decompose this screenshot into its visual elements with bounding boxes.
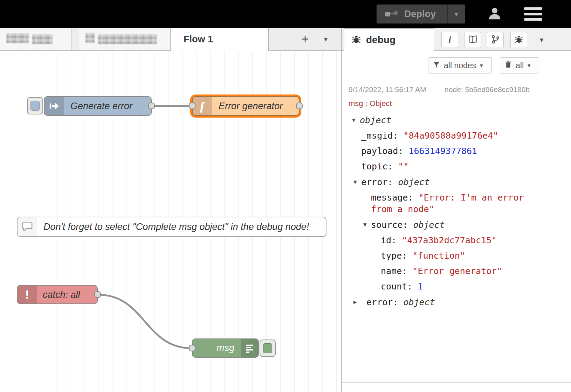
sidebar-footer (342, 382, 571, 392)
tree-row: type:function (349, 250, 550, 261)
book-icon (468, 35, 477, 46)
node-label: Error generator (219, 101, 283, 112)
node-comment[interactable]: Don't forget to select "Complete msg obj… (17, 217, 326, 237)
output-port[interactable] (94, 291, 101, 298)
sidebar-panel: debug i (341, 28, 571, 392)
redacted-label (98, 34, 157, 44)
redacted-label (85, 33, 95, 43)
node-function-error-generator[interactable]: ƒ Error generator (192, 96, 300, 116)
redacted-label (32, 34, 53, 44)
debug-tab-button[interactable] (510, 32, 527, 48)
flow-tabbar: Flow 1 + ▾ (0, 28, 341, 51)
input-port[interactable] (189, 103, 195, 109)
tree-row: name:Error generator (349, 265, 550, 277)
value-object: object (413, 220, 445, 230)
hamburger-icon (524, 7, 542, 10)
flow-tab-redacted-2[interactable] (79, 28, 171, 50)
node-catch-all[interactable]: ! catch: all (17, 285, 98, 304)
tree-row: id:437a3b2dc77abc15 (349, 234, 550, 246)
debug-toggle-face (263, 343, 272, 353)
value-object: object (360, 115, 391, 125)
help-tab-button[interactable] (464, 32, 481, 48)
flow-tab-redacted-1[interactable] (0, 28, 72, 50)
node-label: catch: all (43, 289, 80, 300)
debug-message-list: 9/14/2022, 11:56:17 AM node: 5b5ed96e8cc… (342, 80, 571, 382)
info-tab-button[interactable]: i (441, 32, 458, 48)
main-menu-button[interactable] (524, 7, 542, 21)
collapse-caret-icon[interactable]: ▾ (353, 176, 361, 188)
key: name: (381, 266, 412, 276)
tree-row: ▾object (349, 114, 550, 126)
deploy-options-caret-icon[interactable]: ▾ (447, 5, 465, 23)
inject-trigger-button-face (30, 101, 40, 111)
deploy-button[interactable]: Deploy ▾ (377, 5, 465, 23)
tree-row: ▸_error:object (349, 296, 550, 308)
tree-row: message:Error: I'm an error from a node (349, 192, 550, 215)
git-branch-tab-button[interactable] (487, 32, 504, 48)
filter-funnel-icon (433, 61, 440, 70)
output-port[interactable] (296, 103, 303, 109)
value-string (398, 161, 408, 172)
value-number: 1 (418, 281, 423, 292)
message-node-id: node: 5b5ed96e8cc9180b (445, 85, 530, 94)
value-object: object (403, 297, 435, 307)
tree-row: payload:1663149377861 (349, 145, 550, 157)
redacted-label (6, 33, 29, 43)
node-inject-generate-error[interactable]: Generate error (44, 96, 152, 116)
key: message: (371, 192, 418, 203)
filter-nodes-button[interactable]: all nodes ▾ (428, 57, 492, 74)
key: source: (371, 220, 413, 230)
value-string: Error generator (412, 266, 502, 276)
bug-icon (514, 35, 523, 45)
caret-down-icon: ▾ (528, 62, 531, 69)
node-red-app: Deploy ▾ Flow 1 (0, 0, 571, 392)
add-flow-button[interactable]: + (295, 28, 315, 50)
alert-icon: ! (18, 286, 37, 303)
info-icon: i (448, 34, 451, 46)
key: topic: (361, 161, 398, 172)
json-tree: ▾object _msgid:84a90588a99176e4 payload:… (349, 114, 550, 308)
input-port[interactable] (189, 345, 195, 351)
collapse-caret-icon[interactable]: ▾ (363, 219, 371, 230)
value-string: 84a90588a99176e4 (403, 131, 498, 141)
key: count: (381, 281, 418, 292)
key: type: (381, 251, 412, 261)
trash-icon (505, 61, 512, 70)
flow-tab-active[interactable]: Flow 1 (171, 28, 269, 51)
tree-row: topic: (349, 161, 550, 172)
value-string: 437a3b2dc77abc15 (402, 235, 497, 245)
debug-message-meta: 9/14/2022, 11:56:17 AM node: 5b5ed96e8cc… (349, 85, 550, 94)
sidebar-tab-label: debug (366, 34, 395, 46)
collapse-caret-icon[interactable]: ▾ (352, 114, 360, 126)
debug-output-icon (241, 339, 258, 357)
inject-icon (44, 97, 64, 115)
key: _error: (361, 297, 403, 307)
tree-row: ▾error:object (349, 176, 550, 188)
function-icon: ƒ (193, 97, 212, 115)
branch-icon (491, 35, 500, 46)
output-port[interactable] (148, 103, 155, 109)
tree-row: count:1 (349, 281, 550, 292)
flow-tab-label: Flow 1 (184, 34, 213, 45)
flow-canvas[interactable]: Generate error ƒ Error generator Don't f… (0, 51, 341, 392)
user-menu-button[interactable] (485, 4, 504, 24)
expand-caret-icon[interactable]: ▸ (353, 296, 361, 308)
flow-list-caret-icon[interactable]: ▾ (317, 28, 335, 50)
tree-row: _msgid:84a90588a99176e4 (349, 130, 550, 141)
top-header-bar: Deploy ▾ (0, 0, 571, 28)
deploy-label: Deploy (404, 9, 436, 20)
filter-label: all nodes (444, 61, 476, 70)
caret-down-icon: ▾ (480, 62, 483, 69)
sidebar-header: debug i (342, 28, 571, 51)
sidebar-tab-debug[interactable]: debug (344, 28, 434, 51)
value-string: function (412, 251, 465, 261)
wire-catch-to-debug[interactable] (98, 295, 192, 348)
key: error: (361, 177, 398, 187)
node-debug-msg[interactable]: msg (192, 338, 259, 358)
debug-enable-toggle[interactable] (260, 340, 276, 357)
clear-messages-button[interactable]: all ▾ (500, 57, 539, 74)
sidebar-menu-caret-icon[interactable]: ▾ (534, 32, 550, 48)
key: payload: (361, 146, 408, 156)
tree-row: ▾source:object (349, 219, 550, 231)
inject-trigger-button[interactable] (27, 97, 43, 114)
